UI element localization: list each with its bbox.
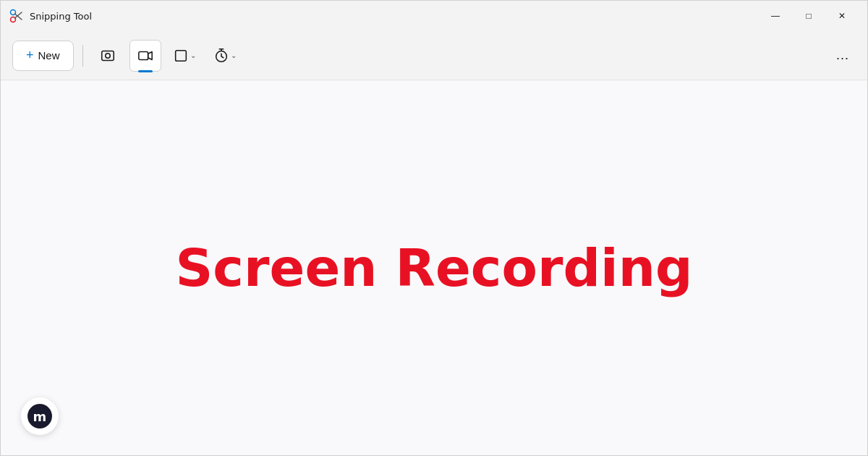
- shape-chevron-icon: ⌄: [190, 51, 196, 59]
- svg-rect-4: [101, 51, 114, 60]
- app-window: Snipping Tool — □ ✕ + New: [0, 0, 868, 456]
- app-icon: [9, 9, 24, 23]
- snip-delay-button[interactable]: ⌄: [208, 40, 242, 72]
- snip-shape-button[interactable]: ⌄: [167, 40, 202, 72]
- screenshot-mode-button[interactable]: [92, 40, 124, 72]
- video-record-mode-button[interactable]: [129, 40, 161, 72]
- screen-recording-label: Screen Recording: [176, 237, 693, 298]
- window-controls: — □ ✕: [759, 4, 859, 28]
- new-plus-icon: +: [26, 48, 34, 63]
- svg-rect-6: [138, 51, 148, 59]
- toolbar: + New ⌄: [1, 31, 867, 80]
- minimize-button[interactable]: —: [759, 4, 792, 28]
- maximize-button[interactable]: □: [792, 4, 825, 28]
- close-button[interactable]: ✕: [825, 4, 859, 28]
- logo-icon: m: [27, 404, 52, 428]
- toolbar-divider: [82, 45, 83, 67]
- new-button[interactable]: + New: [12, 41, 74, 71]
- svg-point-5: [105, 53, 109, 57]
- title-bar: Snipping Tool — □ ✕: [1, 1, 867, 31]
- svg-rect-7: [175, 50, 186, 61]
- new-button-label: New: [38, 49, 60, 62]
- app-title: Snipping Tool: [30, 11, 753, 22]
- timer-chevron-icon: ⌄: [231, 51, 237, 59]
- main-content: Screen Recording m: [1, 80, 867, 455]
- logo-badge: m: [21, 397, 59, 435]
- more-options-button[interactable]: ...: [830, 43, 856, 69]
